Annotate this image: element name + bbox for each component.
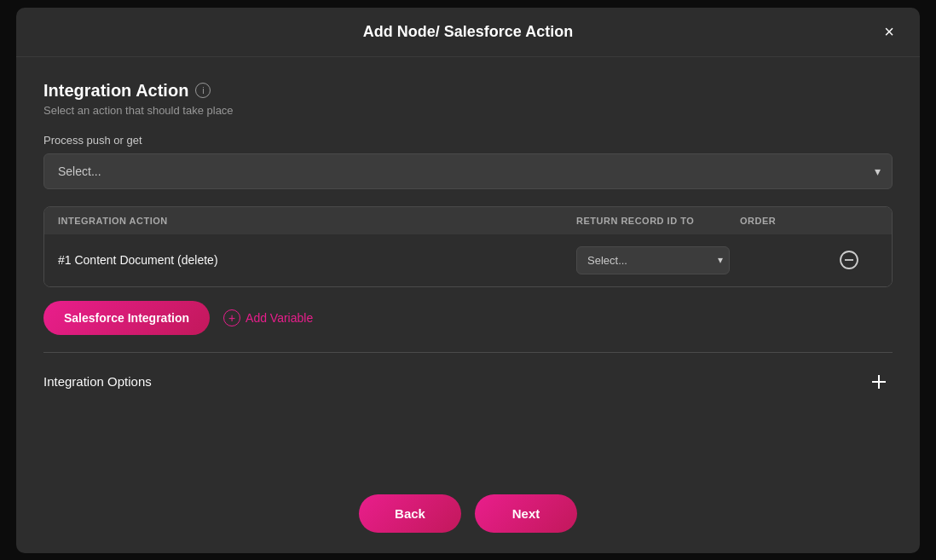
table-header: INTEGRATION ACTION RETURN RECORD ID TO O…: [44, 207, 892, 234]
modal-title: Add Node/ Salesforce Action: [363, 23, 573, 41]
back-button[interactable]: Back: [359, 494, 461, 533]
modal-footer: Back Next: [16, 481, 920, 553]
modal-body: Integration Action i Select an action th…: [16, 57, 920, 481]
salesforce-integration-button[interactable]: Salesforce Integration: [43, 301, 210, 335]
col-header-return-record-id: RETURN RECORD ID TO: [576, 216, 730, 226]
row-actions: [835, 246, 878, 274]
next-button[interactable]: Next: [475, 494, 577, 533]
integration-options-expand-button[interactable]: [865, 368, 893, 395]
return-record-select[interactable]: Select...: [576, 246, 730, 274]
plus-icon: [870, 372, 888, 391]
section-title-row: Integration Action i: [43, 81, 893, 101]
col-header-integration-action: INTEGRATION ACTION: [58, 216, 566, 226]
integration-options-label: Integration Options: [43, 374, 152, 389]
info-icon[interactable]: i: [195, 83, 211, 98]
add-variable-button[interactable]: + Add Variable: [223, 309, 313, 326]
integration-options-section: Integration Options: [43, 352, 893, 411]
add-variable-plus-icon: +: [223, 309, 240, 326]
process-field-label: Process push or get: [43, 134, 893, 147]
section-title-text: Integration Action: [43, 81, 188, 101]
minus-circle-icon: [839, 250, 859, 270]
table-row: #1 Content Document (delete) Select... ▾: [44, 234, 892, 286]
modal-overlay: Add Node/ Salesforce Action × Integratio…: [0, 0, 936, 560]
close-icon: ×: [884, 22, 894, 42]
close-button[interactable]: ×: [875, 18, 903, 45]
process-select[interactable]: Select...: [43, 153, 893, 189]
add-variable-label: Add Variable: [246, 311, 313, 325]
process-select-wrapper: Select... ▾: [43, 153, 893, 189]
integration-table: INTEGRATION ACTION RETURN RECORD ID TO O…: [43, 206, 893, 287]
section-subtitle: Select an action that should take place: [43, 104, 893, 117]
remove-row-button[interactable]: [835, 246, 863, 274]
row-integration-action: #1 Content Document (delete): [58, 253, 566, 267]
actions-row: Salesforce Integration + Add Variable: [43, 301, 893, 335]
col-header-actions: [835, 216, 878, 226]
row-return-record-cell: Select... ▾: [576, 246, 730, 274]
col-header-order: ORDER: [740, 216, 825, 226]
modal-container: Add Node/ Salesforce Action × Integratio…: [16, 8, 920, 553]
modal-header: Add Node/ Salesforce Action ×: [16, 8, 920, 57]
